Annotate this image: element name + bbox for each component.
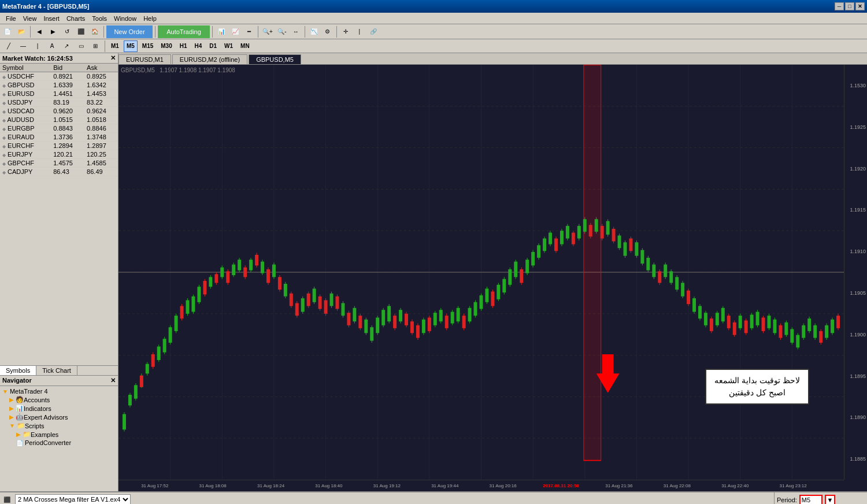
bid-cell: 1.3736 xyxy=(51,133,84,142)
period-input[interactable] xyxy=(799,495,822,504)
market-watch-close-icon[interactable]: ✕ xyxy=(110,54,116,62)
svg-rect-217 xyxy=(675,277,679,290)
nav-examples-label: Examples xyxy=(31,431,58,438)
connect-button[interactable]: 🔗 xyxy=(367,25,380,38)
menu-window[interactable]: Window xyxy=(110,14,140,23)
forward-button[interactable]: ▶ xyxy=(47,25,60,38)
chart-tab-gbpusd-m5[interactable]: GBPUSD,M5 xyxy=(249,54,301,64)
price-label-8: 1.1895 xyxy=(850,373,866,379)
chart-type2-button[interactable]: 📈 xyxy=(229,25,242,38)
price-label-5: 1.1910 xyxy=(850,249,866,254)
new-order-button[interactable]: New Order xyxy=(106,25,153,38)
separator4 xyxy=(212,26,213,38)
svg-rect-174 xyxy=(554,239,558,251)
svg-rect-221 xyxy=(687,291,690,304)
home-button[interactable]: 🏠 xyxy=(88,25,101,38)
new-button[interactable]: 📄 xyxy=(1,25,14,38)
tpl-button[interactable]: ⚙ xyxy=(321,25,334,38)
svg-rect-162 xyxy=(520,269,523,283)
market-row[interactable]: ◆ USDCAD 0.9620 0.9624 xyxy=(0,107,118,116)
zoom-in-button[interactable]: 🔍+ xyxy=(261,25,275,38)
market-row[interactable]: ◆ EURGBP 0.8843 0.8846 xyxy=(0,124,118,133)
bottom-section: ⬛ 2 MA Crosses Mega filter EA V1.ex4 Sym… xyxy=(0,491,867,504)
menu-insert[interactable]: Insert xyxy=(40,14,63,23)
market-row[interactable]: ◆ USDJPY 83.19 83.22 xyxy=(0,98,118,107)
title-bar-controls: ─ □ ✕ xyxy=(835,2,865,10)
zoom-out-button[interactable]: 🔍- xyxy=(276,25,288,38)
tf-m1-button[interactable]: M1 xyxy=(108,40,122,52)
autotrading-button[interactable]: AutoTrading xyxy=(158,25,210,38)
market-row[interactable]: ◆ GBPUSD 1.6339 1.6342 xyxy=(0,81,118,90)
open-button[interactable]: 📂 xyxy=(15,25,28,38)
indicator-button[interactable]: 📉 xyxy=(307,25,320,38)
nav-item-indicators[interactable]: ▶ 📊 Indicators xyxy=(1,404,117,413)
tf-mn-button[interactable]: MN xyxy=(238,40,253,52)
nav-item-root[interactable]: ▼ MetaTrader 4 xyxy=(1,387,117,395)
svg-rect-96 xyxy=(330,294,334,306)
chart-type3-button[interactable]: ━ xyxy=(243,25,255,38)
folder-icon-scripts: ▼ xyxy=(9,423,15,429)
period-dropdown[interactable]: ▼ xyxy=(825,495,835,504)
reload-button[interactable]: ↺ xyxy=(61,25,73,38)
draw-rect-button[interactable]: ▭ xyxy=(75,40,87,53)
menu-help[interactable]: Help xyxy=(140,14,160,23)
nav-item-accounts[interactable]: ▶ 🧑 Accounts xyxy=(1,395,117,404)
draw-hline-button[interactable]: — xyxy=(17,40,29,53)
market-row[interactable]: ◆ EURUSD 1.4451 1.4453 xyxy=(0,90,118,98)
scroll-button[interactable]: ↔ xyxy=(290,25,302,38)
nav-item-scripts[interactable]: ▼ 📁 Scripts xyxy=(1,421,117,430)
menu-view[interactable]: View xyxy=(20,14,40,23)
market-row[interactable]: ◆ EURJPY 120.21 120.25 xyxy=(0,150,118,159)
ask-cell: 1.6342 xyxy=(84,81,118,90)
svg-rect-84 xyxy=(295,303,299,316)
menu-tools[interactable]: Tools xyxy=(88,14,110,23)
tf-m15-button[interactable]: M15 xyxy=(139,40,156,52)
tf-m5-button[interactable]: M5 xyxy=(124,40,138,52)
market-row[interactable]: ◆ EURAUD 1.3736 1.3748 xyxy=(0,133,118,142)
separator3 xyxy=(155,26,155,38)
nav-item-ea[interactable]: ▶ 🤖 Expert Advisors xyxy=(1,413,117,421)
tf-w1-button[interactable]: W1 xyxy=(221,40,236,52)
market-row[interactable]: ◆ GBPCHF 1.4575 1.4585 xyxy=(0,159,118,168)
symbol-cell: ◆ GBPUSD xyxy=(0,81,51,90)
nav-item-period-converter[interactable]: 📄 PeriodConverter xyxy=(1,439,117,447)
maximize-button[interactable]: □ xyxy=(845,2,854,10)
chart-tab-eurusd-m1[interactable]: EURUSD,M1 xyxy=(118,54,171,64)
close-button[interactable]: ✕ xyxy=(855,2,865,10)
tab-tick-chart[interactable]: Tick Chart xyxy=(36,366,77,375)
market-row[interactable]: ◆ EURCHF 1.2894 1.2897 xyxy=(0,142,118,150)
navigator-close-icon[interactable]: ✕ xyxy=(110,377,116,384)
svg-rect-112 xyxy=(376,317,379,333)
crosshair-button[interactable]: ✛ xyxy=(339,25,352,38)
price-label-6: 1.1905 xyxy=(850,290,866,296)
market-row[interactable]: ◆ USDCHF 0.8921 0.8925 xyxy=(0,72,118,81)
stop-button[interactable]: ⬛ xyxy=(75,25,87,38)
chart-tab-eurusd-m2[interactable]: EURUSD,M2 (offline) xyxy=(172,54,247,64)
draw-text-button[interactable]: A xyxy=(46,40,58,53)
period-sep-button[interactable]: | xyxy=(353,25,366,38)
minimize-button[interactable]: ─ xyxy=(835,2,844,10)
price-label-7: 1.1900 xyxy=(850,332,866,338)
tf-m30-button[interactable]: M30 xyxy=(158,40,175,52)
draw-arrow-button[interactable]: ↗ xyxy=(60,40,73,53)
chart-type1-button[interactable]: 📊 xyxy=(215,25,228,38)
svg-rect-249 xyxy=(768,316,771,328)
nav-item-examples[interactable]: ▶ 📁 Examples xyxy=(1,430,117,439)
tf-d1-button[interactable]: D1 xyxy=(206,40,220,52)
svg-rect-64 xyxy=(238,260,241,270)
ask-cell: 1.2897 xyxy=(84,142,118,150)
tf-h1-button[interactable]: H1 xyxy=(177,40,190,52)
market-row[interactable]: ◆ AUDUSD 1.0515 1.0518 xyxy=(0,116,118,124)
draw-line-button[interactable]: ╱ xyxy=(2,40,15,53)
draw-period-button[interactable]: | xyxy=(31,40,44,53)
ea-dropdown[interactable]: 2 MA Crosses Mega filter EA V1.ex4 xyxy=(15,494,131,504)
back-button[interactable]: ◀ xyxy=(33,25,46,38)
menu-charts[interactable]: Charts xyxy=(63,14,88,23)
tab-symbols[interactable]: Symbols xyxy=(0,366,36,375)
menu-file[interactable]: File xyxy=(2,14,20,23)
draw-fib-button[interactable]: ⊞ xyxy=(89,40,102,53)
title-bar: MetaTrader 4 - [GBPUSD,M5] ─ □ ✕ xyxy=(0,0,867,13)
tf-h4-button[interactable]: H4 xyxy=(192,40,205,52)
market-row[interactable]: ◆ CADJPY 86.43 86.49 xyxy=(0,168,118,176)
folder-icon-indicators: ▶ xyxy=(9,405,14,412)
